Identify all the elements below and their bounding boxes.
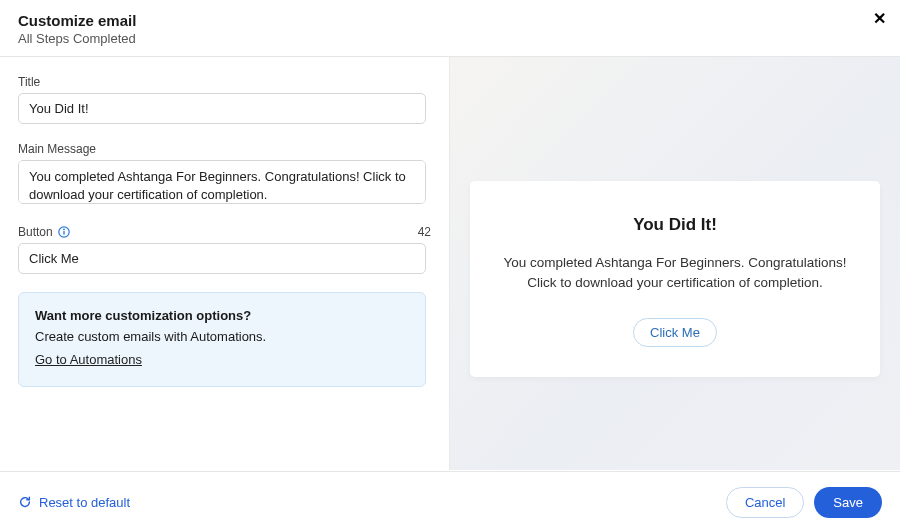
svg-rect-1 (63, 231, 64, 234)
header: Customize email All Steps Completed ✕ (0, 0, 900, 56)
callout-body: Create custom emails with Automations. (35, 328, 409, 347)
preview-pane: You Did It! You completed Ashtanga For B… (450, 57, 900, 470)
preview-body: You completed Ashtanga For Beginners. Co… (502, 253, 848, 294)
svg-point-2 (63, 229, 65, 231)
page-title: Customize email (18, 12, 882, 29)
body: Title Main Message You completed Ashtang… (0, 57, 900, 470)
save-button[interactable]: Save (814, 487, 882, 518)
button-label: Button (18, 225, 53, 239)
button-char-count: 42 (418, 225, 431, 239)
button-field-wrap: Button 42 (18, 225, 431, 274)
info-icon[interactable] (58, 226, 70, 238)
footer-actions: Cancel Save (726, 487, 882, 518)
cancel-button[interactable]: Cancel (726, 487, 804, 518)
title-label: Title (18, 75, 431, 89)
close-icon: ✕ (873, 10, 886, 27)
preview-title: You Did It! (502, 215, 848, 235)
title-input[interactable] (18, 93, 426, 124)
title-field-wrap: Title (18, 75, 431, 124)
close-button[interactable]: ✕ (873, 11, 886, 27)
preview-card: You Did It! You completed Ashtanga For B… (470, 181, 880, 377)
go-to-automations-link[interactable]: Go to Automations (35, 351, 142, 370)
main-message-input[interactable]: You completed Ashtanga For Beginners. Co… (18, 160, 426, 204)
page-subtitle: All Steps Completed (18, 31, 882, 46)
refresh-icon (18, 495, 32, 509)
reset-label: Reset to default (39, 495, 130, 510)
preview-button: Click Me (633, 318, 717, 347)
button-label-row: Button 42 (18, 225, 431, 239)
main-message-field-wrap: Main Message You completed Ashtanga For … (18, 142, 431, 207)
main-message-label: Main Message (18, 142, 431, 156)
reset-to-default-button[interactable]: Reset to default (18, 495, 130, 510)
callout-heading: Want more customization options? (35, 307, 409, 326)
customization-callout: Want more customization options? Create … (18, 292, 426, 387)
form-pane: Title Main Message You completed Ashtang… (0, 57, 450, 470)
button-text-input[interactable] (18, 243, 426, 274)
footer: Reset to default Cancel Save (0, 471, 900, 532)
